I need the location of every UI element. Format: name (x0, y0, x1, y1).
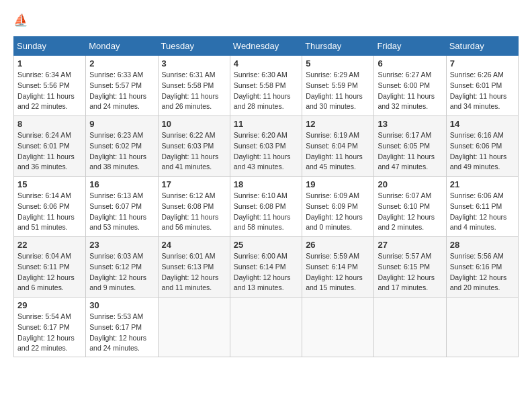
calendar-cell: 10 Sunrise: 6:22 AM Sunset: 6:03 PM Dayl… (158, 116, 230, 177)
calendar-week-row: 15 Sunrise: 6:14 AM Sunset: 6:06 PM Dayl… (14, 177, 519, 237)
day-info: Sunrise: 6:20 AM Sunset: 6:03 PM Dayligh… (234, 130, 298, 173)
day-info: Sunrise: 6:27 AM Sunset: 6:00 PM Dayligh… (378, 70, 442, 112)
page-header: ⛵ (13, 13, 519, 30)
day-info: Sunrise: 6:31 AM Sunset: 5:58 PM Dayligh… (162, 70, 226, 112)
logo: ⛵ (13, 13, 32, 30)
logo-icon: ⛵ (13, 13, 30, 30)
calendar-cell: 2 Sunrise: 6:33 AM Sunset: 5:57 PM Dayli… (86, 56, 158, 116)
calendar-cell (230, 298, 302, 357)
weekday-header-row: SundayMondayTuesdayWednesdayThursdayFrid… (14, 37, 519, 56)
day-number: 29 (17, 300, 82, 310)
day-number: 4 (234, 58, 298, 68)
calendar-cell: 4 Sunrise: 6:30 AM Sunset: 5:58 PM Dayli… (230, 56, 302, 116)
day-info: Sunrise: 6:03 AM Sunset: 6:12 PM Dayligh… (89, 251, 154, 293)
day-number: 1 (17, 58, 82, 68)
day-info: Sunrise: 6:29 AM Sunset: 5:59 PM Dayligh… (306, 70, 370, 112)
day-number: 17 (162, 179, 226, 189)
calendar-cell: 16 Sunrise: 6:13 AM Sunset: 6:07 PM Dayl… (86, 177, 158, 237)
calendar-cell: 15 Sunrise: 6:14 AM Sunset: 6:06 PM Dayl… (14, 177, 86, 237)
day-info: Sunrise: 6:12 AM Sunset: 6:08 PM Dayligh… (162, 191, 226, 233)
calendar-cell: 9 Sunrise: 6:23 AM Sunset: 6:02 PM Dayli… (86, 116, 158, 177)
day-info: Sunrise: 6:17 AM Sunset: 6:05 PM Dayligh… (378, 130, 442, 173)
calendar-cell: 1 Sunrise: 6:34 AM Sunset: 5:56 PM Dayli… (14, 56, 86, 116)
calendar-cell: 14 Sunrise: 6:16 AM Sunset: 6:06 PM Dayl… (446, 116, 518, 177)
day-info: Sunrise: 6:09 AM Sunset: 6:09 PM Dayligh… (306, 191, 370, 233)
calendar-cell: 7 Sunrise: 6:26 AM Sunset: 6:01 PM Dayli… (446, 56, 518, 116)
weekday-header-saturday: Saturday (446, 37, 518, 56)
calendar-cell (374, 298, 446, 357)
calendar-table: SundayMondayTuesdayWednesdayThursdayFrid… (13, 36, 519, 357)
svg-text:⛵: ⛵ (13, 13, 28, 28)
day-number: 3 (162, 58, 226, 68)
day-number: 8 (17, 119, 82, 129)
weekday-header-friday: Friday (374, 37, 446, 56)
day-info: Sunrise: 6:26 AM Sunset: 6:01 PM Dayligh… (450, 70, 515, 112)
day-info: Sunrise: 5:57 AM Sunset: 6:15 PM Dayligh… (378, 251, 442, 293)
day-info: Sunrise: 6:30 AM Sunset: 5:58 PM Dayligh… (234, 70, 298, 112)
day-info: Sunrise: 5:59 AM Sunset: 6:14 PM Dayligh… (306, 251, 370, 293)
day-info: Sunrise: 6:22 AM Sunset: 6:03 PM Dayligh… (162, 130, 226, 173)
calendar-week-row: 29 Sunrise: 5:54 AM Sunset: 6:17 PM Dayl… (14, 298, 519, 357)
calendar-cell: 28 Sunrise: 5:56 AM Sunset: 6:16 PM Dayl… (446, 237, 518, 298)
calendar-cell: 30 Sunrise: 5:53 AM Sunset: 6:17 PM Dayl… (86, 298, 158, 357)
day-info: Sunrise: 5:56 AM Sunset: 6:16 PM Dayligh… (450, 251, 515, 293)
day-info: Sunrise: 6:00 AM Sunset: 6:14 PM Dayligh… (234, 251, 298, 293)
day-number: 6 (378, 58, 442, 68)
day-number: 10 (162, 119, 226, 129)
calendar-week-row: 8 Sunrise: 6:24 AM Sunset: 6:01 PM Dayli… (14, 116, 519, 177)
day-number: 11 (234, 119, 298, 129)
day-number: 15 (17, 179, 82, 189)
calendar-cell: 27 Sunrise: 5:57 AM Sunset: 6:15 PM Dayl… (374, 237, 446, 298)
calendar-cell: 8 Sunrise: 6:24 AM Sunset: 6:01 PM Dayli… (14, 116, 86, 177)
day-info: Sunrise: 6:13 AM Sunset: 6:07 PM Dayligh… (89, 191, 154, 233)
day-info: Sunrise: 6:19 AM Sunset: 6:04 PM Dayligh… (306, 130, 370, 173)
calendar-cell: 5 Sunrise: 6:29 AM Sunset: 5:59 PM Dayli… (302, 56, 374, 116)
calendar-cell: 3 Sunrise: 6:31 AM Sunset: 5:58 PM Dayli… (158, 56, 230, 116)
day-info: Sunrise: 5:54 AM Sunset: 6:17 PM Dayligh… (17, 312, 82, 354)
calendar-cell: 23 Sunrise: 6:03 AM Sunset: 6:12 PM Dayl… (86, 237, 158, 298)
day-number: 21 (450, 179, 515, 189)
weekday-header-monday: Monday (86, 37, 158, 56)
calendar-cell: 29 Sunrise: 5:54 AM Sunset: 6:17 PM Dayl… (14, 298, 86, 357)
calendar-cell: 25 Sunrise: 6:00 AM Sunset: 6:14 PM Dayl… (230, 237, 302, 298)
day-info: Sunrise: 6:23 AM Sunset: 6:02 PM Dayligh… (89, 130, 154, 173)
day-info: Sunrise: 6:04 AM Sunset: 6:11 PM Dayligh… (17, 251, 82, 293)
calendar-cell: 13 Sunrise: 6:17 AM Sunset: 6:05 PM Dayl… (374, 116, 446, 177)
weekday-header-thursday: Thursday (302, 37, 374, 56)
day-info: Sunrise: 6:10 AM Sunset: 6:08 PM Dayligh… (234, 191, 298, 233)
day-number: 16 (89, 179, 154, 189)
calendar-cell: 11 Sunrise: 6:20 AM Sunset: 6:03 PM Dayl… (230, 116, 302, 177)
calendar-cell: 19 Sunrise: 6:09 AM Sunset: 6:09 PM Dayl… (302, 177, 374, 237)
day-number: 26 (306, 240, 370, 250)
day-number: 19 (306, 179, 370, 189)
day-info: Sunrise: 6:14 AM Sunset: 6:06 PM Dayligh… (17, 191, 82, 233)
day-info: Sunrise: 6:34 AM Sunset: 5:56 PM Dayligh… (17, 70, 82, 112)
day-number: 13 (378, 119, 442, 129)
day-number: 2 (89, 58, 154, 68)
day-info: Sunrise: 5:53 AM Sunset: 6:17 PM Dayligh… (89, 312, 154, 354)
day-number: 25 (234, 240, 298, 250)
calendar-cell: 21 Sunrise: 6:06 AM Sunset: 6:11 PM Dayl… (446, 177, 518, 237)
day-number: 18 (234, 179, 298, 189)
calendar-cell (302, 298, 374, 357)
day-number: 22 (17, 240, 82, 250)
calendar-cell: 6 Sunrise: 6:27 AM Sunset: 6:00 PM Dayli… (374, 56, 446, 116)
day-info: Sunrise: 6:06 AM Sunset: 6:11 PM Dayligh… (450, 191, 515, 233)
calendar-cell: 24 Sunrise: 6:01 AM Sunset: 6:13 PM Dayl… (158, 237, 230, 298)
weekday-header-tuesday: Tuesday (158, 37, 230, 56)
day-number: 9 (89, 119, 154, 129)
day-info: Sunrise: 6:16 AM Sunset: 6:06 PM Dayligh… (450, 130, 515, 173)
day-number: 27 (378, 240, 442, 250)
day-number: 14 (450, 119, 515, 129)
day-number: 24 (162, 240, 226, 250)
day-number: 28 (450, 240, 515, 250)
calendar-week-row: 1 Sunrise: 6:34 AM Sunset: 5:56 PM Dayli… (14, 56, 519, 116)
day-number: 23 (89, 240, 154, 250)
day-info: Sunrise: 6:24 AM Sunset: 6:01 PM Dayligh… (17, 130, 82, 173)
day-number: 12 (306, 119, 370, 129)
weekday-header-sunday: Sunday (14, 37, 86, 56)
day-number: 7 (450, 58, 515, 68)
calendar-cell: 18 Sunrise: 6:10 AM Sunset: 6:08 PM Dayl… (230, 177, 302, 237)
calendar-cell: 12 Sunrise: 6:19 AM Sunset: 6:04 PM Dayl… (302, 116, 374, 177)
calendar-cell: 17 Sunrise: 6:12 AM Sunset: 6:08 PM Dayl… (158, 177, 230, 237)
